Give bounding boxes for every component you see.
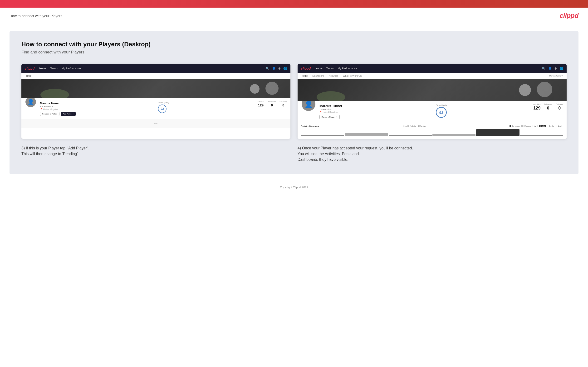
activity-controls: On course Off course 1 yr 6 mths 3 mths … <box>510 125 563 127</box>
tab-activities-right[interactable]: Activities <box>329 73 341 79</box>
nav-home-left[interactable]: Home <box>39 67 46 70</box>
stat-activities-label-right: Activities <box>533 103 540 105</box>
legend-oncourse-label: On course <box>512 125 519 127</box>
legend-offcourse: Off course <box>521 125 531 127</box>
settings-icon-left[interactable]: ⚙ <box>278 67 281 70</box>
activity-summary: Activity Summary Monthly Activity - 6 Mo… <box>298 122 567 139</box>
tab-whattoworkon-right[interactable]: What To Work On <box>343 73 365 79</box>
activity-period: Monthly Activity - 6 Months <box>403 125 425 127</box>
nav-teams-right[interactable]: Teams <box>326 67 334 70</box>
stat-followers-left: Followers 0 <box>268 101 276 107</box>
legend-dot-oncourse <box>510 125 511 127</box>
quality-circle-left: 92 <box>158 105 166 113</box>
stat-following-value-left: 0 <box>279 103 287 107</box>
stat-followers-value-left: 0 <box>268 103 276 107</box>
screenshot-right: clippd Home Teams My Performance 🔍 👤 ⚙ 🌐… <box>298 64 567 139</box>
handicap-right: 1-5 Handicap <box>320 108 432 111</box>
footer: Copyright Clippd 2022 <box>0 182 588 193</box>
app-tabs-right: Profile Dashboard Activities What To Wor… <box>298 73 567 79</box>
profile-buttons-left: Request to Follow Add Player + <box>40 112 155 116</box>
chart-bars <box>301 129 563 136</box>
page-title: How to connect with your Players (Deskto… <box>21 41 567 48</box>
stat-activities-left: Activities 129 <box>257 101 265 107</box>
remove-player-area: Remove Player ✕ <box>320 113 432 119</box>
stats-row-right: Activities 129 Followers 0 Following 0 <box>450 103 563 111</box>
tab-profile-right[interactable]: Profile <box>301 73 311 79</box>
remove-player-button[interactable]: Remove Player ✕ <box>320 115 340 119</box>
chart-bar-2 <box>345 133 388 137</box>
quality-label-right: Player Quality <box>436 104 447 106</box>
profile-row-right: 👤 Marcus Turner 1-5 Handicap 📍 United Ki… <box>301 103 563 119</box>
chart-bar-1 <box>301 135 344 137</box>
chart-bar-6 <box>520 135 563 137</box>
edit-icon-left: ✏ <box>154 121 157 126</box>
banner-oval-right <box>317 91 345 101</box>
search-icon-left[interactable]: 🔍 <box>266 67 269 70</box>
quality-label-left: Player Quality <box>158 102 169 104</box>
stat-following-left: Following 0 <box>279 101 287 107</box>
stat-followers-label-right: Followers <box>544 103 552 105</box>
stat-following-label-left: Following <box>279 101 287 103</box>
tab-profile-left[interactable]: Profile <box>25 73 34 79</box>
profile-info-right: Marcus Turner 1-5 Handicap 📍 United King… <box>320 103 432 119</box>
request-follow-button[interactable]: Request to Follow <box>40 112 60 116</box>
header: How to connect with your Players clippd <box>0 8 588 24</box>
profile-section-left: 👤 Marcus Turner 1-5 Handicap 📍 United Ki… <box>21 98 290 119</box>
quality-section-right: Player Quality 92 <box>436 104 447 118</box>
nav-myperformance-right[interactable]: My Performance <box>338 67 357 70</box>
player-dropdown-right[interactable]: Marcus Turner ▾ <box>549 73 563 79</box>
tab-dashboard-right[interactable]: Dashboard <box>312 73 327 79</box>
search-icon-right[interactable]: 🔍 <box>542 67 546 70</box>
header-title: How to connect with your Players <box>9 14 62 18</box>
legend-offcourse-label: Off course <box>524 125 531 127</box>
nav-teams-left[interactable]: Teams <box>50 67 58 70</box>
stat-activities-label-left: Activities <box>257 101 265 103</box>
banner-circle2-right <box>537 82 552 97</box>
banner-left <box>21 79 290 98</box>
time-btn-1mth[interactable]: 1 mth <box>557 125 563 127</box>
description-right: 4) Once your Player has accepted your re… <box>298 145 567 162</box>
activity-title: Activity Summary <box>301 125 319 127</box>
avatar-icon-left: 👤 <box>28 99 34 105</box>
avatar-icon-right: 👤 <box>304 100 313 108</box>
stat-followers-right: Followers 0 <box>544 103 552 111</box>
avatar-nav-left[interactable]: 🌐 <box>283 67 287 70</box>
main-content: How to connect with your Players (Deskto… <box>9 31 579 174</box>
description-section: 3) If this is your Player tap, 'Add Play… <box>21 145 567 162</box>
banner-circle1-right <box>519 84 531 96</box>
clippd-logo: clippd <box>560 12 579 19</box>
dropdown-chevron-right: ▾ <box>562 75 563 77</box>
screenshots-row: clippd Home Teams My Performance 🔍 👤 ⚙ 🌐… <box>21 64 567 139</box>
add-player-button[interactable]: Add Player + <box>61 112 76 116</box>
player-name-right: Marcus Turner <box>320 104 432 108</box>
description-text-right: 4) Once your Player has accepted your re… <box>298 145 567 162</box>
top-bar <box>0 0 588 8</box>
banner-circle2-left <box>266 82 278 95</box>
time-btn-3mths[interactable]: 3 mths <box>548 125 555 127</box>
stat-activities-value-right: 129 <box>533 106 540 111</box>
nav-home-right[interactable]: Home <box>315 67 322 70</box>
screenshot-left: clippd Home Teams My Performance 🔍 👤 ⚙ 🌐… <box>21 64 290 139</box>
avatar-nav-right[interactable]: 🌐 <box>560 67 563 70</box>
screenshot-bottom-left: ✏ <box>21 119 290 128</box>
banner-oval-left <box>40 89 69 98</box>
quality-circle-right: 92 <box>436 107 447 118</box>
nav-myperformance-left[interactable]: My Performance <box>62 67 81 70</box>
stat-following-value-right: 0 <box>556 106 563 111</box>
stat-activities-right: Activities 129 <box>533 103 540 111</box>
description-text-left: 3) If this is your Player tap, 'Add Play… <box>21 145 290 157</box>
stat-following-right: Following 0 <box>556 103 563 111</box>
settings-icon-right[interactable]: ⚙ <box>554 67 557 70</box>
page-subtitle: Find and connect with your Players <box>21 50 567 55</box>
app-nav-left: clippd Home Teams My Performance 🔍 👤 ⚙ 🌐 <box>21 64 290 73</box>
time-btn-1yr[interactable]: 1 yr <box>533 125 538 127</box>
profile-row-left: 👤 Marcus Turner 1-5 Handicap 📍 United Ki… <box>25 101 287 116</box>
description-left: 3) If this is your Player tap, 'Add Play… <box>21 145 290 162</box>
user-icon-right[interactable]: 👤 <box>548 67 552 70</box>
user-icon-left[interactable]: 👤 <box>272 67 276 70</box>
stat-followers-value-right: 0 <box>544 106 552 111</box>
stats-row-left: Activities 129 Followers 0 Following 0 <box>173 101 287 107</box>
player-name-left: Marcus Turner <box>40 102 155 105</box>
time-btn-6mths[interactable]: 6 mths <box>539 125 546 127</box>
copyright-text: Copyright Clippd 2022 <box>280 186 308 189</box>
